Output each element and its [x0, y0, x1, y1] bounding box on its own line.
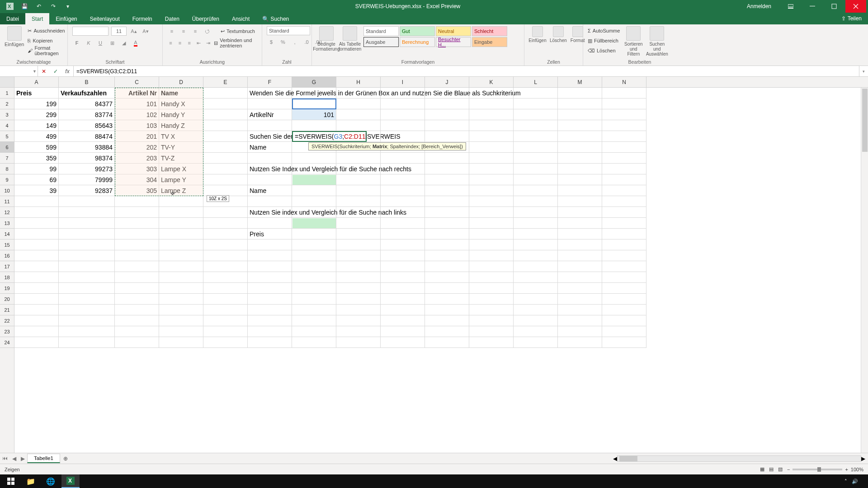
cell-J11[interactable]	[425, 196, 469, 207]
cell-D12[interactable]	[159, 207, 203, 218]
cell-A13[interactable]	[14, 218, 59, 229]
cell-N18[interactable]	[602, 272, 646, 283]
cell-C16[interactable]	[115, 250, 159, 261]
tray-volume-icon[interactable]: 🔊	[852, 479, 858, 484]
cell-I3[interactable]	[381, 109, 425, 120]
cell-D6[interactable]: TV-Y	[159, 142, 203, 153]
font-family-select[interactable]	[72, 27, 108, 36]
cell-H1[interactable]	[336, 88, 381, 99]
col-header-J[interactable]: J	[425, 77, 469, 87]
cell-E22[interactable]	[203, 315, 248, 326]
cell-M12[interactable]	[558, 207, 602, 218]
cell-M3[interactable]	[558, 109, 602, 120]
cell-G14[interactable]	[292, 229, 336, 239]
cell-N5[interactable]	[602, 131, 646, 142]
fillcolor-button[interactable]: ◢	[119, 38, 128, 47]
cell-L16[interactable]	[514, 250, 558, 261]
cell-B14[interactable]	[59, 229, 115, 239]
cell-K20[interactable]	[469, 294, 514, 305]
style-gut[interactable]: Gut	[400, 26, 435, 36]
cell-N8[interactable]	[602, 164, 646, 174]
row-header-10[interactable]: 10	[0, 185, 14, 196]
underline-button[interactable]: U	[96, 38, 105, 47]
enter-formula-icon[interactable]: ✓	[50, 66, 61, 76]
cell-M11[interactable]	[558, 196, 602, 207]
cell-H21[interactable]	[336, 305, 381, 315]
cell-E20[interactable]	[203, 294, 248, 305]
cell-B16[interactable]	[59, 250, 115, 261]
cell-L3[interactable]	[514, 109, 558, 120]
horizontal-scrollbar[interactable]: ◀ ▶	[71, 455, 868, 462]
cell-I12[interactable]	[381, 207, 425, 218]
cell-L1[interactable]	[514, 88, 558, 99]
minimize-icon[interactable]	[802, 0, 823, 13]
cell-B22[interactable]	[59, 315, 115, 326]
cell-B17[interactable]	[59, 261, 115, 272]
cell-L15[interactable]	[514, 239, 558, 250]
cell-M10[interactable]	[558, 185, 602, 196]
cell-F8[interactable]: Nutzen Sie Index und Vergleich für die S…	[248, 164, 292, 174]
cell-M13[interactable]	[558, 218, 602, 229]
ribbon-options-icon[interactable]	[780, 0, 801, 13]
cut-button[interactable]: ✂Ausschneiden	[28, 26, 65, 35]
cell-B19[interactable]	[59, 283, 115, 294]
cell-F22[interactable]	[248, 315, 292, 326]
cell-H9[interactable]	[336, 174, 381, 185]
cell-B21[interactable]	[59, 305, 115, 315]
cell-G16[interactable]	[292, 250, 336, 261]
cell-D23[interactable]	[159, 326, 203, 337]
cell-N2[interactable]	[602, 99, 646, 109]
comma-icon[interactable]: ,	[290, 38, 299, 47]
cell-H12[interactable]	[336, 207, 381, 218]
cell-K3[interactable]	[469, 109, 514, 120]
cell-D16[interactable]	[159, 250, 203, 261]
active-cell-editor[interactable]: =SVERWEIS(G3;C2:D11	[292, 131, 367, 142]
cell-L20[interactable]	[514, 294, 558, 305]
sheet-nav-first-icon[interactable]: ⏮	[2, 455, 8, 462]
paste-button[interactable]: Einfügen	[5, 26, 24, 47]
delete-cells-button[interactable]: Löschen	[550, 26, 567, 43]
cell-C22[interactable]	[115, 315, 159, 326]
cell-A3[interactable]: 299	[14, 109, 59, 120]
tab-pagelayout[interactable]: Seitenlayout	[84, 13, 126, 24]
cell-A9[interactable]: 69	[14, 174, 59, 185]
align-left-icon[interactable]: ≡	[167, 38, 174, 47]
cell-C24[interactable]	[115, 337, 159, 348]
cell-G7[interactable]	[292, 153, 336, 164]
cell-E3[interactable]	[203, 109, 248, 120]
cell-F21[interactable]	[248, 305, 292, 315]
cell-L6[interactable]	[514, 142, 558, 153]
sign-in-link[interactable]: Anmelden	[738, 3, 780, 9]
cell-B7[interactable]: 98374	[59, 153, 115, 164]
cell-M7[interactable]	[558, 153, 602, 164]
cell-F19[interactable]	[248, 283, 292, 294]
cell-M18[interactable]	[558, 272, 602, 283]
cell-F24[interactable]	[248, 337, 292, 348]
row-header-22[interactable]: 22	[0, 315, 14, 326]
fill-button[interactable]: ▥Füllbereich	[588, 36, 620, 45]
cell-J24[interactable]	[425, 337, 469, 348]
cell-H2[interactable]	[336, 99, 381, 109]
cell-M8[interactable]	[558, 164, 602, 174]
cell-K10[interactable]	[469, 185, 514, 196]
cell-C19[interactable]	[115, 283, 159, 294]
format-cells-button[interactable]: Format	[571, 26, 585, 43]
cell-B9[interactable]: 79999	[59, 174, 115, 185]
col-header-D[interactable]: D	[159, 77, 203, 87]
row-header-18[interactable]: 18	[0, 272, 14, 283]
tab-data[interactable]: Daten	[159, 13, 186, 24]
tab-formulas[interactable]: Formeln	[126, 13, 159, 24]
cell-E1[interactable]	[203, 88, 248, 99]
row-header-1[interactable]: 1	[0, 88, 14, 99]
cell-A7[interactable]: 359	[14, 153, 59, 164]
tab-view[interactable]: Ansicht	[226, 13, 256, 24]
zoom-label[interactable]: 100%	[851, 467, 863, 472]
cell-J20[interactable]	[425, 294, 469, 305]
namebox-dropdown-icon[interactable]: ▼	[33, 69, 37, 74]
cell-C20[interactable]	[115, 294, 159, 305]
grid[interactable]: ABCDEFGHIJKLMN PreisVerkaufszahlenArtike…	[14, 77, 868, 453]
cell-A22[interactable]	[14, 315, 59, 326]
excel-taskbar-icon[interactable]: X	[61, 474, 80, 488]
cell-F14[interactable]: Preis	[248, 229, 292, 239]
cell-E9[interactable]	[203, 174, 248, 185]
